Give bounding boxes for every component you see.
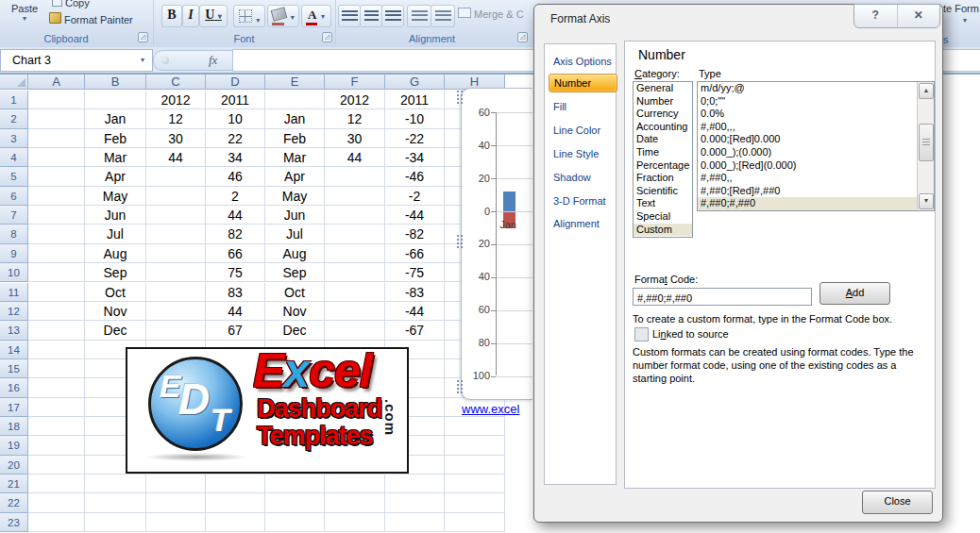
- cell-B8[interactable]: Jul: [85, 225, 146, 243]
- cell-G12[interactable]: -44: [385, 302, 445, 321]
- cell-E10[interactable]: Sep: [265, 263, 325, 282]
- paste-button[interactable]: Paste ▾: [6, 3, 43, 23]
- chart[interactable]: 604020020406080100Jan: [461, 88, 532, 400]
- row-header-16[interactable]: 16: [0, 378, 28, 397]
- cell-E11[interactable]: Oct: [265, 283, 325, 302]
- cell-A9[interactable]: [28, 244, 85, 263]
- cell-D23[interactable]: [206, 513, 265, 532]
- column-header-D[interactable]: D: [206, 74, 265, 90]
- cell-A2[interactable]: [28, 109, 85, 128]
- category-option-text[interactable]: Text: [634, 197, 692, 210]
- type-list-scrollbar[interactable]: ▲ ▼: [917, 82, 934, 210]
- cell-B7[interactable]: Jun: [85, 206, 146, 225]
- cell-B9[interactable]: Aug: [85, 244, 146, 263]
- cell-B11[interactable]: Oct: [85, 283, 146, 302]
- sidebar-item-line-style[interactable]: Line Style: [549, 145, 616, 162]
- cell-F22[interactable]: [325, 493, 385, 512]
- chart-selection-handle[interactable]: [456, 379, 464, 394]
- cell-G10[interactable]: -75: [385, 263, 445, 282]
- underline-dropdown[interactable]: ▾: [218, 12, 222, 21]
- cell-H22[interactable]: [445, 493, 505, 512]
- cell-D2[interactable]: 10: [206, 109, 265, 128]
- cell-E9[interactable]: Aug: [265, 244, 325, 263]
- cell-G5[interactable]: -46: [385, 167, 445, 186]
- align-right-button[interactable]: [381, 5, 404, 27]
- align-center-button[interactable]: [360, 5, 382, 27]
- cell-F5[interactable]: [325, 167, 385, 186]
- category-option-custom[interactable]: Custom: [634, 224, 692, 237]
- cell-B6[interactable]: May: [85, 187, 146, 206]
- linked-to-source-checkbox[interactable]: [634, 327, 649, 341]
- cell-F23[interactable]: [325, 513, 385, 532]
- format-painter-button[interactable]: Format Painter: [49, 12, 133, 25]
- font-color-button[interactable]: A ▾: [301, 5, 331, 27]
- cell-A19[interactable]: [28, 436, 85, 455]
- cell-G1[interactable]: 2011: [385, 91, 445, 109]
- cell-E13[interactable]: Dec: [265, 321, 325, 340]
- copy-button[interactable]: Copy: [52, 0, 90, 8]
- ribbon-partial-dropdown[interactable]: ▾: [963, 16, 967, 25]
- row-header-10[interactable]: 10: [0, 263, 28, 282]
- cell-A23[interactable]: [28, 513, 85, 532]
- cell-A13[interactable]: [28, 321, 85, 340]
- cell-B3[interactable]: Feb: [85, 129, 146, 148]
- row-header-8[interactable]: 8: [0, 225, 28, 243]
- sidebar-item-line-color[interactable]: Line Color: [549, 122, 616, 139]
- cell-C7[interactable]: [146, 206, 206, 225]
- cell-E23[interactable]: [265, 513, 325, 532]
- cell-B21[interactable]: [85, 475, 146, 493]
- cell-G6[interactable]: -2: [385, 187, 445, 206]
- cell-G3[interactable]: -22: [385, 129, 445, 148]
- cell-F1[interactable]: 2012: [325, 91, 385, 109]
- cell-A1[interactable]: [28, 91, 85, 109]
- column-header-C[interactable]: C: [146, 74, 206, 90]
- fill-color-dropdown[interactable]: ▾: [291, 13, 295, 22]
- select-all-corner[interactable]: [0, 74, 28, 90]
- cell-G13[interactable]: -67: [385, 321, 445, 340]
- sidebar-item-fill[interactable]: Fill: [549, 98, 616, 115]
- cell-D12[interactable]: 44: [206, 302, 265, 321]
- close-button[interactable]: Close: [862, 491, 933, 514]
- cell-E5[interactable]: Apr: [265, 167, 325, 186]
- cell-F12[interactable]: [325, 302, 385, 321]
- cell-H18[interactable]: [445, 417, 505, 436]
- chart-selection-handle[interactable]: [456, 234, 464, 249]
- category-option-currency[interactable]: Currency: [634, 108, 692, 121]
- cell-E6[interactable]: May: [265, 187, 325, 206]
- column-header-B[interactable]: B: [85, 74, 146, 90]
- cell-C3[interactable]: 30: [146, 129, 206, 148]
- category-option-general[interactable]: General: [634, 82, 692, 95]
- column-header-F[interactable]: F: [325, 74, 385, 90]
- cell-E21[interactable]: [265, 475, 325, 493]
- cell-A18[interactable]: [28, 417, 85, 436]
- cell-D10[interactable]: 75: [206, 263, 265, 282]
- row-header-7[interactable]: 7: [0, 206, 28, 225]
- row-header-14[interactable]: 14: [0, 341, 28, 359]
- cell-H21[interactable]: [445, 475, 505, 493]
- cell-D9[interactable]: 66: [206, 244, 265, 263]
- type-option[interactable]: 0;0;"": [698, 95, 918, 108]
- row-header-15[interactable]: 15: [0, 359, 28, 378]
- row-header-4[interactable]: 4: [0, 148, 28, 167]
- cell-C10[interactable]: [146, 263, 206, 282]
- name-box[interactable]: Chart 3 ▾: [0, 49, 153, 72]
- cell-C12[interactable]: [146, 302, 206, 321]
- scroll-down-icon[interactable]: ▼: [919, 193, 934, 209]
- column-header-A[interactable]: A: [28, 74, 85, 90]
- category-option-date[interactable]: Date: [634, 133, 692, 146]
- row-header-2[interactable]: 2: [0, 109, 28, 128]
- category-listbox[interactable]: GeneralNumberCurrencyAccountingDateTimeP…: [633, 81, 693, 238]
- cell-F8[interactable]: [325, 225, 385, 243]
- category-option-scientific[interactable]: Scientific: [634, 185, 692, 198]
- scrollbar-thumb[interactable]: [919, 124, 934, 161]
- cell-F4[interactable]: 44: [325, 148, 385, 167]
- cell-G22[interactable]: [385, 493, 445, 512]
- cell-B1[interactable]: [85, 91, 146, 109]
- cell-G2[interactable]: -10: [385, 109, 445, 128]
- sidebar-item-shadow[interactable]: Shadow: [549, 169, 616, 186]
- merge-center-button[interactable]: Merge & C: [458, 8, 529, 20]
- cell-C9[interactable]: [146, 244, 206, 263]
- row-header-1[interactable]: 1: [0, 91, 28, 109]
- type-option[interactable]: 0.000_);(0.000): [698, 146, 918, 159]
- cell-D8[interactable]: 82: [206, 225, 265, 243]
